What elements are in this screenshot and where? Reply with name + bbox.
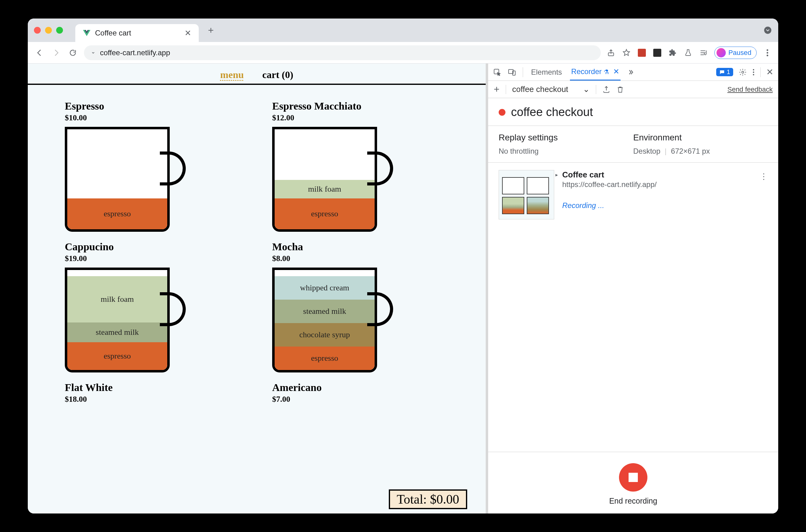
- device-toolbar-icon[interactable]: [508, 68, 516, 76]
- step-menu-icon[interactable]: ⋮: [760, 172, 768, 182]
- cup-handle-icon: [160, 152, 186, 186]
- coffee-price: $12.00: [272, 113, 449, 122]
- browser-menu-icon[interactable]: [763, 48, 772, 57]
- coffee-price: $19.00: [65, 254, 241, 263]
- cup-layer: espresso: [67, 198, 167, 229]
- cup-layer: steamed milk: [275, 300, 375, 323]
- coffee-cup[interactable]: milk foamsteamed milkespresso: [65, 268, 182, 373]
- media-icon[interactable]: [699, 48, 708, 57]
- cup-layer: espresso: [275, 346, 375, 370]
- tab-elements[interactable]: Elements: [530, 64, 563, 80]
- vue-favicon-icon: [83, 29, 91, 37]
- recorder-toolbar: + coffee checkout ⌄ Send feedback: [488, 81, 778, 98]
- coffee-name: Mocha: [272, 241, 449, 253]
- tab-recorder[interactable]: Recorder ⚗ ✕: [570, 63, 620, 80]
- svg-point-2: [767, 49, 768, 51]
- window-close-button[interactable]: [34, 27, 41, 34]
- devtools-settings-icon[interactable]: [739, 68, 747, 76]
- coffee-card[interactable]: Flat White$18.00: [65, 382, 241, 404]
- coffee-card[interactable]: Mocha$8.00whipped creamsteamed milkchoco…: [272, 241, 449, 373]
- coffee-price: $7.00: [272, 395, 449, 404]
- nav-menu-link[interactable]: menu: [220, 69, 244, 80]
- cup-layer: chocolate syrup: [275, 323, 375, 346]
- replay-settings-heading: Replay settings: [499, 133, 633, 142]
- inspect-element-icon[interactable]: [493, 68, 501, 76]
- coffee-name: Flat White: [65, 382, 241, 394]
- browser-tab[interactable]: Coffee cart ✕: [75, 24, 199, 42]
- coffee-price: $8.00: [272, 254, 449, 263]
- new-tab-button[interactable]: +: [202, 25, 220, 36]
- recorder-footer: End recording: [488, 452, 778, 513]
- send-feedback-link[interactable]: Send feedback: [727, 86, 773, 94]
- environment-heading: Environment: [633, 133, 768, 142]
- cup-layer: steamed milk: [67, 322, 167, 342]
- toolbar-right: Paused: [606, 46, 772, 59]
- end-recording-label: End recording: [609, 496, 657, 506]
- svg-point-11: [753, 74, 754, 75]
- recording-header: coffee checkout: [488, 98, 778, 126]
- stop-icon: [629, 473, 638, 482]
- step-info[interactable]: ▸ Coffee cart https://coffee-cart.netlif…: [562, 170, 768, 220]
- profile-paused-chip[interactable]: Paused: [714, 46, 756, 59]
- devtools-close-icon[interactable]: ✕: [766, 67, 773, 77]
- cup-handle-icon: [367, 152, 393, 186]
- more-tabs-icon[interactable]: [627, 69, 634, 76]
- coffee-card[interactable]: Cappucino$19.00milk foamsteamed milkespr…: [65, 241, 241, 373]
- step-url: https://coffee-cart.netlify.app/: [562, 180, 768, 189]
- cup-layer: milk foam: [275, 180, 375, 198]
- cup-handle-icon: [160, 292, 186, 326]
- nav-cart-link[interactable]: cart (0): [262, 69, 293, 80]
- coffee-card[interactable]: Espresso Macchiato$12.00milk foamespress…: [272, 100, 449, 232]
- window-maximize-button[interactable]: [56, 27, 63, 34]
- delete-recording-icon[interactable]: [616, 86, 624, 94]
- bookmark-star-icon[interactable]: [622, 48, 631, 57]
- devtools-menu-icon[interactable]: [752, 69, 755, 76]
- recorder-tab-close-icon[interactable]: ✕: [613, 67, 619, 76]
- svg-point-3: [767, 52, 768, 53]
- coffee-cup[interactable]: espresso: [65, 127, 182, 232]
- svg-point-10: [753, 71, 754, 73]
- avatar-icon: [716, 48, 726, 57]
- devtools-splitter[interactable]: [486, 63, 488, 513]
- total-box[interactable]: Total: $0.00: [389, 489, 467, 509]
- site-info-icon[interactable]: [90, 50, 96, 56]
- end-recording-button[interactable]: [619, 463, 647, 492]
- messages-badge[interactable]: 1: [716, 68, 733, 76]
- coffee-card[interactable]: Espresso$10.00espresso: [65, 100, 241, 232]
- recording-title: coffee checkout: [511, 106, 593, 119]
- svg-point-0: [764, 26, 771, 34]
- labs-flask-icon[interactable]: [684, 48, 693, 57]
- coffee-card[interactable]: Americano$7.00: [272, 382, 449, 404]
- recording-selector[interactable]: coffee checkout ⌄: [512, 84, 590, 94]
- cup-layer: milk foam: [67, 276, 167, 322]
- svg-point-8: [742, 71, 744, 73]
- nav-forward-button[interactable]: [51, 47, 62, 58]
- extension-icon-1[interactable]: [637, 48, 647, 57]
- coffee-price: $10.00: [65, 113, 241, 122]
- nav-back-button[interactable]: [34, 47, 45, 58]
- extension-icon-2[interactable]: [653, 48, 662, 57]
- cup-body: milk foamsteamed milkespresso: [65, 268, 170, 373]
- coffee-name: Espresso Macchiato: [272, 100, 449, 112]
- content-row: menu cart (0) Espresso$10.00espressoEspr…: [28, 63, 778, 513]
- nav-reload-button[interactable]: [67, 47, 78, 58]
- expand-step-icon[interactable]: ▸: [555, 172, 558, 178]
- coffee-price: $18.00: [65, 395, 241, 404]
- coffee-cup[interactable]: whipped creamsteamed milkchocolate syrup…: [272, 268, 389, 373]
- page-content: menu cart (0) Espresso$10.00espressoEspr…: [28, 63, 486, 513]
- window-minimize-button[interactable]: [45, 27, 52, 34]
- tab-close-icon[interactable]: ✕: [185, 28, 191, 38]
- step-title: Coffee cart: [562, 170, 768, 179]
- tab-overflow-icon[interactable]: [763, 26, 772, 35]
- extensions-puzzle-icon[interactable]: [668, 48, 677, 57]
- recorder-flask-icon: ⚗: [603, 69, 609, 75]
- recording-indicator-icon: [499, 109, 505, 116]
- svg-point-9: [753, 69, 754, 70]
- omnibox[interactable]: coffee-cart.netlify.app: [84, 45, 601, 60]
- replay-throttling-value[interactable]: No throttling: [499, 147, 633, 155]
- share-icon[interactable]: [606, 48, 616, 57]
- coffee-cup[interactable]: milk foamespresso: [272, 127, 389, 232]
- new-recording-icon[interactable]: +: [494, 83, 500, 95]
- export-recording-icon[interactable]: [602, 86, 610, 94]
- coffee-name: Espresso: [65, 100, 241, 112]
